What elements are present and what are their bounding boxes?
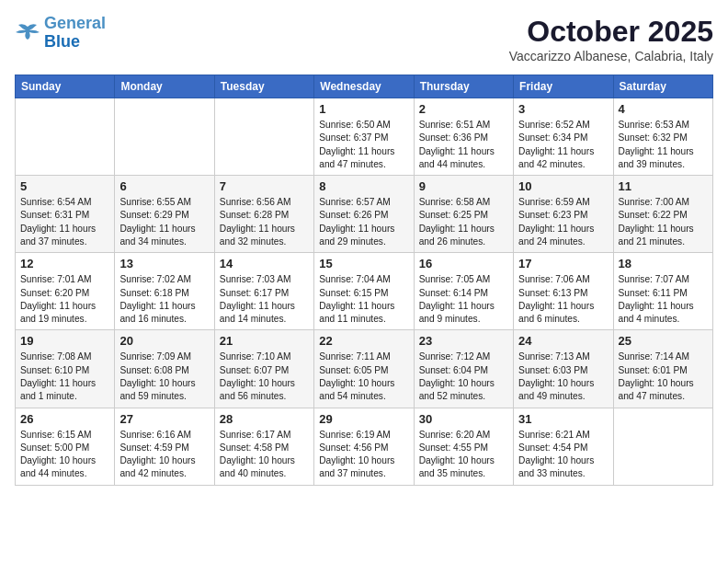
day-header-saturday: Saturday	[613, 75, 712, 98]
day-number: 20	[119, 334, 209, 348]
calendar-cell: 15Sunrise: 7:04 AM Sunset: 6:15 PM Dayli…	[314, 253, 414, 330]
day-number: 21	[220, 334, 309, 348]
calendar-cell: 7Sunrise: 6:56 AM Sunset: 6:28 PM Daylig…	[214, 176, 313, 253]
calendar-cell: 13Sunrise: 7:02 AM Sunset: 6:18 PM Dayli…	[115, 253, 214, 330]
calendar-cell	[214, 98, 313, 176]
calendar-cell: 25Sunrise: 7:14 AM Sunset: 6:01 PM Dayli…	[613, 330, 712, 408]
day-info: Sunrise: 7:08 AM Sunset: 6:10 PM Dayligh…	[20, 350, 109, 403]
calendar-cell: 1Sunrise: 6:50 AM Sunset: 6:37 PM Daylig…	[314, 98, 414, 176]
calendar-cell: 30Sunrise: 6:20 AM Sunset: 4:55 PM Dayli…	[414, 408, 513, 485]
day-number: 24	[518, 334, 608, 348]
calendar-cell: 16Sunrise: 7:05 AM Sunset: 6:14 PM Dayli…	[414, 253, 513, 330]
day-number: 13	[119, 257, 209, 270]
day-info: Sunrise: 7:05 AM Sunset: 6:14 PM Dayligh…	[419, 273, 508, 326]
day-info: Sunrise: 6:20 AM Sunset: 4:55 PM Dayligh…	[419, 429, 508, 481]
day-info: Sunrise: 7:12 AM Sunset: 6:04 PM Dayligh…	[419, 350, 508, 403]
day-info: Sunrise: 6:55 AM Sunset: 6:29 PM Dayligh…	[119, 196, 209, 248]
day-info: Sunrise: 7:11 AM Sunset: 6:05 PM Dayligh…	[319, 350, 408, 403]
subtitle: Vaccarizzo Albanese, Calabria, Italy	[509, 49, 713, 63]
calendar-cell: 17Sunrise: 7:06 AM Sunset: 6:13 PM Dayli…	[514, 253, 613, 330]
day-number: 17	[518, 257, 608, 270]
month-title: October 2025	[509, 15, 713, 49]
calendar-week-row: 1Sunrise: 6:50 AM Sunset: 6:37 PM Daylig…	[16, 98, 713, 176]
calendar-cell: 9Sunrise: 6:58 AM Sunset: 6:25 PM Daylig…	[414, 176, 513, 253]
calendar-cell: 20Sunrise: 7:09 AM Sunset: 6:08 PM Dayli…	[115, 330, 214, 408]
day-header-sunday: Sunday	[16, 75, 115, 98]
day-info: Sunrise: 6:15 AM Sunset: 5:00 PM Dayligh…	[20, 429, 109, 481]
day-number: 11	[619, 179, 708, 193]
calendar-cell: 24Sunrise: 7:13 AM Sunset: 6:03 PM Dayli…	[514, 330, 613, 408]
calendar-cell: 3Sunrise: 6:52 AM Sunset: 6:34 PM Daylig…	[514, 98, 613, 176]
day-info: Sunrise: 7:03 AM Sunset: 6:17 PM Dayligh…	[220, 273, 309, 326]
title-block: October 2025 Vaccarizzo Albanese, Calabr…	[509, 15, 713, 63]
calendar-cell: 10Sunrise: 6:59 AM Sunset: 6:23 PM Dayli…	[514, 176, 613, 253]
day-number: 15	[319, 257, 408, 270]
day-number: 29	[319, 412, 408, 426]
calendar-cell: 26Sunrise: 6:15 AM Sunset: 5:00 PM Dayli…	[16, 408, 115, 485]
day-number: 23	[419, 334, 508, 348]
day-header-wednesday: Wednesday	[314, 75, 414, 98]
day-info: Sunrise: 6:50 AM Sunset: 6:37 PM Dayligh…	[319, 119, 408, 171]
day-number: 31	[518, 412, 608, 426]
day-number: 3	[518, 102, 608, 116]
day-number: 28	[220, 412, 309, 426]
logo: General Blue	[15, 15, 106, 52]
day-number: 12	[20, 257, 109, 270]
day-number: 26	[20, 412, 109, 426]
day-number: 14	[220, 257, 309, 270]
calendar-week-row: 12Sunrise: 7:01 AM Sunset: 6:20 PM Dayli…	[16, 253, 713, 330]
day-info: Sunrise: 6:53 AM Sunset: 6:32 PM Dayligh…	[619, 119, 708, 171]
day-info: Sunrise: 6:21 AM Sunset: 4:54 PM Dayligh…	[518, 429, 608, 481]
day-number: 4	[619, 102, 708, 116]
calendar-cell: 21Sunrise: 7:10 AM Sunset: 6:07 PM Dayli…	[214, 330, 313, 408]
calendar-cell: 5Sunrise: 6:54 AM Sunset: 6:31 PM Daylig…	[16, 176, 115, 253]
calendar-cell: 14Sunrise: 7:03 AM Sunset: 6:17 PM Dayli…	[214, 253, 313, 330]
day-info: Sunrise: 7:07 AM Sunset: 6:11 PM Dayligh…	[619, 273, 708, 326]
day-info: Sunrise: 6:54 AM Sunset: 6:31 PM Dayligh…	[20, 196, 109, 248]
calendar-week-row: 26Sunrise: 6:15 AM Sunset: 5:00 PM Dayli…	[16, 408, 713, 485]
calendar-week-row: 5Sunrise: 6:54 AM Sunset: 6:31 PM Daylig…	[16, 176, 713, 253]
day-info: Sunrise: 6:57 AM Sunset: 6:26 PM Dayligh…	[319, 196, 408, 248]
logo-text: General Blue	[44, 15, 106, 52]
day-number: 5	[20, 179, 109, 193]
day-number: 18	[619, 257, 708, 270]
day-info: Sunrise: 7:00 AM Sunset: 6:22 PM Dayligh…	[619, 196, 708, 248]
day-header-friday: Friday	[514, 75, 613, 98]
calendar-cell: 6Sunrise: 6:55 AM Sunset: 6:29 PM Daylig…	[115, 176, 214, 253]
day-number: 1	[319, 102, 408, 116]
day-info: Sunrise: 7:04 AM Sunset: 6:15 PM Dayligh…	[319, 273, 408, 326]
calendar-cell: 27Sunrise: 6:16 AM Sunset: 4:59 PM Dayli…	[115, 408, 214, 485]
calendar-cell: 11Sunrise: 7:00 AM Sunset: 6:22 PM Dayli…	[613, 176, 712, 253]
calendar-cell: 23Sunrise: 7:12 AM Sunset: 6:04 PM Dayli…	[414, 330, 513, 408]
calendar-cell: 31Sunrise: 6:21 AM Sunset: 4:54 PM Dayli…	[514, 408, 613, 485]
day-info: Sunrise: 6:59 AM Sunset: 6:23 PM Dayligh…	[518, 196, 608, 248]
calendar-table: SundayMondayTuesdayWednesdayThursdayFrid…	[15, 75, 713, 486]
day-info: Sunrise: 6:17 AM Sunset: 4:58 PM Dayligh…	[220, 429, 309, 481]
day-info: Sunrise: 7:10 AM Sunset: 6:07 PM Dayligh…	[220, 350, 309, 403]
day-number: 6	[119, 179, 209, 193]
calendar-cell: 12Sunrise: 7:01 AM Sunset: 6:20 PM Dayli…	[16, 253, 115, 330]
day-info: Sunrise: 7:02 AM Sunset: 6:18 PM Dayligh…	[119, 273, 209, 326]
day-info: Sunrise: 7:14 AM Sunset: 6:01 PM Dayligh…	[619, 350, 708, 403]
day-number: 27	[119, 412, 209, 426]
day-header-monday: Monday	[115, 75, 214, 98]
day-info: Sunrise: 7:01 AM Sunset: 6:20 PM Dayligh…	[20, 273, 109, 326]
day-number: 10	[518, 179, 608, 193]
day-info: Sunrise: 6:51 AM Sunset: 6:36 PM Dayligh…	[419, 119, 508, 171]
day-number: 25	[619, 334, 708, 348]
calendar-cell: 29Sunrise: 6:19 AM Sunset: 4:56 PM Dayli…	[314, 408, 414, 485]
calendar-cell: 28Sunrise: 6:17 AM Sunset: 4:58 PM Dayli…	[214, 408, 313, 485]
calendar-cell: 22Sunrise: 7:11 AM Sunset: 6:05 PM Dayli…	[314, 330, 414, 408]
day-number: 9	[419, 179, 508, 193]
day-info: Sunrise: 6:52 AM Sunset: 6:34 PM Dayligh…	[518, 119, 608, 171]
day-info: Sunrise: 6:56 AM Sunset: 6:28 PM Dayligh…	[220, 196, 309, 248]
day-number: 16	[419, 257, 508, 270]
calendar-header-row: SundayMondayTuesdayWednesdayThursdayFrid…	[16, 75, 713, 98]
calendar-cell	[115, 98, 214, 176]
day-number: 22	[319, 334, 408, 348]
day-number: 19	[20, 334, 109, 348]
day-info: Sunrise: 7:09 AM Sunset: 6:08 PM Dayligh…	[119, 350, 209, 403]
day-header-thursday: Thursday	[414, 75, 513, 98]
calendar-cell: 18Sunrise: 7:07 AM Sunset: 6:11 PM Dayli…	[613, 253, 712, 330]
calendar-cell	[613, 408, 712, 485]
